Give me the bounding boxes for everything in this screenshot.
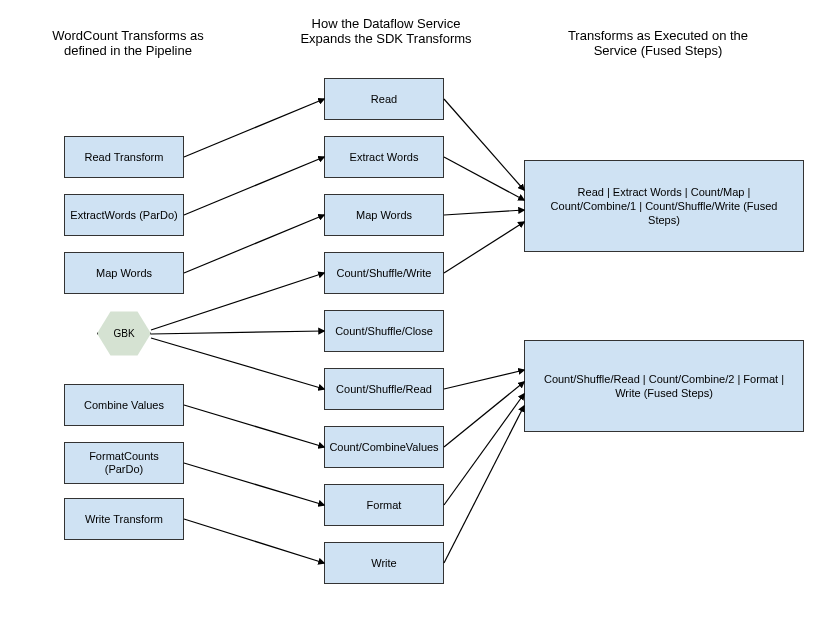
node-b-map: Map Words (324, 194, 444, 236)
node-gbk-hex: GBK (97, 310, 151, 357)
svg-line-9 (444, 99, 524, 190)
node-write-transform: Write Transform (64, 498, 184, 540)
node-extract-words-pardo: ExtractWords (ParDo) (64, 194, 184, 236)
node-b-write: Write (324, 542, 444, 584)
node-b-extract: Extract Words (324, 136, 444, 178)
diagram-canvas: WordCount Transforms as defined in the P… (0, 0, 839, 620)
svg-line-7 (184, 463, 324, 505)
svg-line-6 (184, 405, 324, 447)
col-c-title: Transforms as Executed on the Service (F… (548, 28, 768, 58)
node-b-format: Format (324, 484, 444, 526)
node-b-cshw: Count/Shuffle/Write (324, 252, 444, 294)
node-c-fused1: Read | Extract Words | Count/Map | Count… (524, 160, 804, 252)
node-b-cshr: Count/Shuffle/Read (324, 368, 444, 410)
svg-line-12 (444, 222, 524, 273)
node-read-transform: Read Transform (64, 136, 184, 178)
svg-line-14 (444, 382, 524, 447)
svg-line-0 (184, 99, 324, 157)
col-b-title: How the Dataflow Service Expands the SDK… (286, 16, 486, 46)
node-format-counts-pardo: FormatCounts (ParDo) (64, 442, 184, 484)
svg-line-2 (184, 215, 324, 273)
node-b-ccv: Count/CombineValues (324, 426, 444, 468)
node-c-fused2: Count/Shuffle/Read | Count/Combine/2 | F… (524, 340, 804, 432)
svg-line-8 (184, 519, 324, 563)
node-b-cshc: Count/Shuffle/Close (324, 310, 444, 352)
node-b-read: Read (324, 78, 444, 120)
svg-line-15 (444, 394, 524, 505)
svg-line-4 (151, 331, 324, 334)
svg-line-1 (184, 157, 324, 215)
svg-line-10 (444, 157, 524, 200)
node-map-words-a: Map Words (64, 252, 184, 294)
svg-line-13 (444, 370, 524, 389)
svg-line-16 (444, 406, 524, 563)
svg-line-11 (444, 210, 524, 215)
col-a-title: WordCount Transforms as defined in the P… (48, 28, 208, 58)
svg-line-5 (151, 338, 324, 389)
node-combine-values: Combine Values (64, 384, 184, 426)
